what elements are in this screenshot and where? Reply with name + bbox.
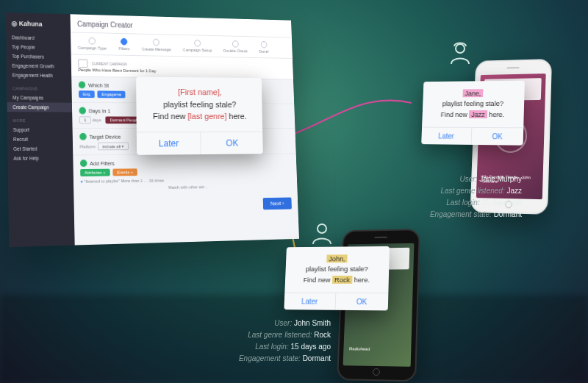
section-add-filters: Add Filters Attributes + Events + ● "lis… — [73, 154, 297, 195]
ok-button[interactable]: OK — [336, 293, 389, 311]
sidebar: ◎ Kahuna Dashboard Top People Top Purcha… — [6, 12, 75, 247]
speaker-icon — [506, 67, 519, 68]
current-campaign-row: CURRENT CAMPAIGN People Who Have Been Do… — [71, 54, 293, 79]
sidebar-item-my-campaigns[interactable]: My Campaigns — [7, 93, 72, 102]
avatar-john — [309, 221, 335, 247]
sidebar-item-create-campaign[interactable]: Create Campaign — [7, 102, 72, 112]
speaker-icon — [374, 237, 387, 238]
step-create-message[interactable]: Create Message — [142, 38, 171, 51]
placeholder-first-name: [First name], — [178, 87, 222, 96]
jane-line3a: Find new — [440, 110, 469, 118]
ok-button[interactable]: OK — [472, 128, 524, 146]
current-campaign-name: People Who Have Been Dormant for 1 Day — [78, 68, 156, 73]
john-name: John, — [326, 254, 348, 262]
template-line3c: here. — [226, 112, 246, 121]
john-line2: playlist feeling stale? — [306, 265, 368, 273]
attributes-chip[interactable]: Attributes + — [80, 169, 110, 176]
later-button[interactable]: Later — [137, 132, 201, 154]
john-line3a: Find new — [303, 276, 332, 284]
filters-title: Add Filters — [90, 160, 115, 166]
jane-name: Jane, — [462, 89, 483, 97]
jane-message-dialog: Jane, playlist feeling stale? Find new J… — [421, 81, 525, 146]
later-button[interactable]: Later — [421, 127, 472, 144]
john-genre: Rock — [332, 276, 352, 284]
platform-dropdown[interactable]: include all ▾ — [98, 142, 129, 150]
john-message-dialog: John, playlist feeling stale? Find new R… — [284, 246, 390, 310]
events-chip[interactable]: Events + — [112, 168, 137, 176]
which-title: Which St — [88, 82, 109, 88]
jane-genre: Jazz — [469, 110, 487, 118]
john-line3c: here. — [352, 276, 370, 284]
jane-line3c: here. — [487, 110, 505, 118]
jane-user-info: User: Jane Murphy Last genre listened: J… — [390, 173, 522, 221]
svg-point-1 — [318, 224, 326, 233]
days-suffix: days — [93, 118, 101, 122]
home-button-icon — [373, 368, 380, 376]
later-button[interactable]: Later — [284, 293, 336, 309]
step-campaign-setup[interactable]: Campaign Setup — [182, 40, 212, 53]
template-message-dialog: [First name], playlist feeling stale? Fi… — [136, 76, 263, 154]
next-button[interactable]: Next › — [262, 197, 292, 210]
filter-helper: Match with other attr… — [81, 184, 291, 191]
placeholder-last-genre: [last genre] — [187, 112, 226, 121]
sidebar-item-engagement-growth[interactable]: Engagement Growth — [7, 61, 71, 71]
campaign-icon — [78, 59, 87, 68]
device-title: Target Device — [89, 133, 121, 140]
sidebar-item-engagement-health[interactable]: Engagement Health — [7, 71, 71, 81]
sidebar-item-get-started[interactable]: Get Started — [7, 144, 73, 154]
sidebar-item-ask-for-help[interactable]: Ask for Help — [7, 153, 73, 163]
john-user-info: User: John Smith Last genre listened: Ro… — [191, 318, 331, 365]
current-campaign-label: CURRENT CAMPAIGN — [92, 61, 127, 66]
bullet-icon — [80, 160, 87, 167]
bullet-icon — [79, 107, 86, 115]
bullet-icon — [79, 133, 87, 140]
sidebar-item-support[interactable]: Support — [7, 125, 73, 135]
sidebar-header-more: MORE — [7, 116, 73, 125]
step-done[interactable]: Done! — [259, 41, 269, 54]
jane-line2: playlist feeling stale? — [442, 99, 504, 107]
sidebar-item-recruit[interactable]: Recruit — [7, 135, 73, 144]
template-line3a: Find new — [153, 112, 187, 121]
track-label: Radiohead — [349, 346, 405, 351]
brand-logo: ◎ Kahuna — [6, 17, 71, 35]
ok-button[interactable]: OK — [201, 132, 262, 154]
template-line2: playlist feeling stale? — [163, 99, 236, 108]
step-filters[interactable]: Filters — [118, 38, 129, 51]
days-input[interactable]: 1 — [79, 116, 92, 124]
platform-label: Platform: — [79, 145, 96, 149]
filter-expression: ● "listened to playlist" More than 1 … 1… — [80, 176, 290, 183]
days-title: Days In 1 — [89, 107, 111, 114]
btn-engagement[interactable]: Engageme — [98, 90, 126, 98]
avatar-jane — [447, 40, 473, 67]
sidebar-header-campaigns: CAMPAIGNS — [7, 84, 72, 93]
step-campaign-type[interactable]: Campaign Type — [78, 37, 107, 50]
svg-point-0 — [456, 44, 465, 53]
step-double-check[interactable]: Double Check — [223, 40, 248, 53]
bullet-icon — [79, 82, 86, 89]
btn-eng[interactable]: Eng — [79, 90, 94, 98]
